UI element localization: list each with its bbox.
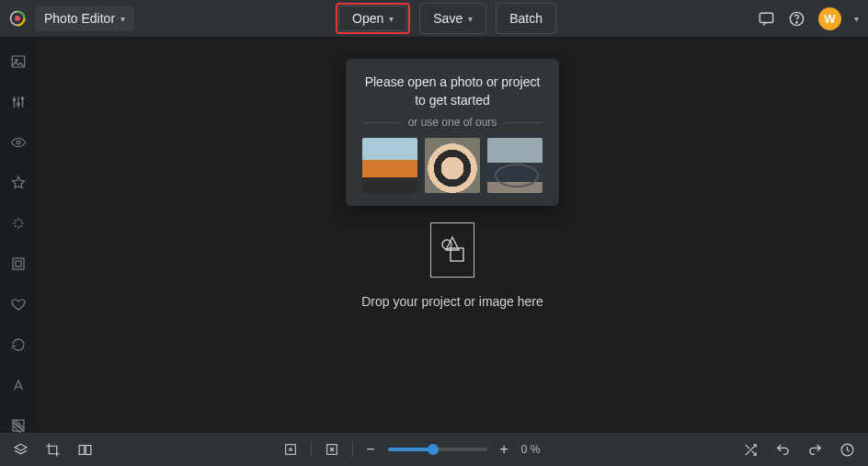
svg-rect-18	[86, 445, 91, 454]
svg-point-10	[17, 141, 20, 144]
sparkle-tool-icon[interactable]	[9, 215, 28, 232]
svg-point-4	[796, 21, 797, 22]
bottom-bar: − + 0 %	[0, 433, 868, 466]
tool-sidebar	[0, 37, 37, 433]
compare-icon[interactable]	[77, 442, 93, 458]
crop-icon[interactable]	[45, 442, 61, 458]
svg-point-6	[16, 59, 17, 61]
batch-label: Batch	[509, 11, 542, 26]
sliders-tool-icon[interactable]	[9, 94, 28, 110]
user-avatar[interactable]: W	[818, 7, 841, 30]
mode-dropdown[interactable]: Photo Editor ▾	[35, 6, 134, 31]
avatar-letter: W	[824, 12, 835, 26]
svg-point-1	[15, 16, 20, 21]
actual-size-icon[interactable]	[325, 442, 339, 457]
history-icon[interactable]	[839, 442, 855, 458]
eye-tool-icon[interactable]	[9, 134, 28, 151]
open-button[interactable]: Open ▾	[338, 6, 407, 31]
fit-screen-icon[interactable]	[283, 442, 298, 457]
frame-tool-icon[interactable]	[9, 256, 28, 272]
open-button-highlight: Open ▾	[336, 3, 410, 34]
popover-message: Please open a photo or project to get st…	[362, 74, 542, 109]
save-label: Save	[433, 11, 463, 26]
heart-tool-icon[interactable]	[9, 296, 28, 313]
shuffle-icon[interactable]	[743, 442, 759, 458]
dropzone-text: Drop your project or image here	[361, 294, 543, 309]
mode-label: Photo Editor	[44, 11, 115, 26]
divider	[311, 442, 312, 457]
svg-rect-11	[13, 258, 24, 269]
star-tool-icon[interactable]	[9, 175, 28, 191]
rotate-tool-icon[interactable]	[9, 336, 28, 353]
chevron-down-icon: ▾	[120, 14, 125, 24]
chevron-down-icon[interactable]: ▾	[854, 14, 859, 24]
popover-or-text: or use one of ours	[408, 116, 497, 129]
texture-tool-icon[interactable]	[9, 417, 28, 434]
sample-image-bicycle[interactable]	[487, 138, 542, 193]
svg-point-20	[290, 449, 292, 451]
dropzone-icon	[430, 222, 474, 278]
text-tool-icon[interactable]	[9, 377, 28, 393]
svg-rect-17	[79, 445, 85, 454]
zoom-out-icon[interactable]: −	[366, 441, 374, 458]
svg-rect-12	[16, 261, 21, 267]
zoom-in-icon[interactable]: +	[500, 441, 508, 458]
help-icon[interactable]	[788, 10, 805, 28]
zoom-readout: 0 %	[521, 443, 553, 456]
get-started-popover: Please open a photo or project to get st…	[346, 59, 559, 206]
top-bar: Photo Editor ▾ Open ▾ Save ▾ Batch	[0, 0, 868, 37]
svg-rect-19	[286, 445, 296, 455]
chat-icon[interactable]	[758, 10, 775, 28]
svg-rect-2	[760, 13, 772, 22]
layers-icon[interactable]	[13, 442, 29, 458]
open-label: Open	[352, 11, 383, 26]
sample-image-woman[interactable]	[425, 138, 480, 193]
image-tool-icon[interactable]	[9, 53, 28, 70]
divider	[352, 442, 353, 457]
save-button[interactable]: Save ▾	[419, 3, 486, 34]
chevron-down-icon: ▾	[389, 14, 394, 24]
undo-icon[interactable]	[775, 442, 791, 458]
redo-icon[interactable]	[807, 442, 823, 458]
zoom-slider[interactable]	[388, 448, 487, 451]
batch-button[interactable]: Batch	[496, 3, 556, 34]
sample-image-van[interactable]	[362, 138, 417, 193]
app-logo	[9, 10, 26, 27]
canvas-area[interactable]: Please open a photo or project to get st…	[37, 37, 868, 433]
chevron-down-icon: ▾	[468, 14, 473, 24]
